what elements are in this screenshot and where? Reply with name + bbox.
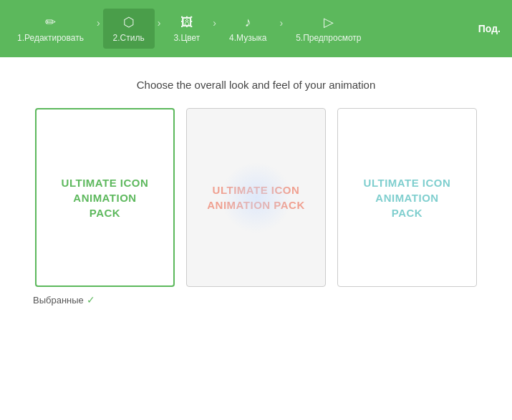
selected-text: Выбранные xyxy=(33,295,84,306)
corner-label: Под. xyxy=(478,23,505,34)
step-color-label: 3.Цвет xyxy=(173,33,200,43)
step-preview-label: 5.Предпросмотр xyxy=(296,33,361,43)
step-color[interactable]: 🖼 3.Цвет xyxy=(163,9,210,49)
color-icon: 🖼 xyxy=(180,15,193,30)
step-music[interactable]: ♪ 4.Музыка xyxy=(219,9,276,49)
selected-indicator: Выбранные ✓ xyxy=(33,294,483,306)
style-card-1[interactable]: ULTIMATE ICONANIMATIONPACK xyxy=(35,108,175,287)
step-preview[interactable]: ▷ 5.Предпросмотр xyxy=(286,9,371,49)
step-style[interactable]: ⬡ 2.Стиль xyxy=(103,9,155,49)
card-2-label: ULTIMATE ICONANIMATION PACK xyxy=(200,175,311,220)
card-1-label: ULTIMATE ICONANIMATIONPACK xyxy=(54,168,156,228)
arrow-3: › xyxy=(213,17,216,40)
check-icon: ✓ xyxy=(87,294,95,306)
step-edit-label: 1.Редактировать xyxy=(17,33,84,43)
style-card-3[interactable]: ULTIMATE ICONANIMATIONPACK xyxy=(337,108,477,287)
arrow-1: › xyxy=(97,17,100,40)
top-navigation-bar: ✏ 1.Редактировать › ⬡ 2.Стиль › 🖼 3.Цвет… xyxy=(0,0,512,57)
style-card-2[interactable]: ULTIMATE ICONANIMATION PACK xyxy=(186,108,326,287)
style-icon: ⬡ xyxy=(123,14,135,30)
style-cards-row: ULTIMATE ICONANIMATIONPACK ULTIMATE ICON… xyxy=(29,108,483,287)
step-edit[interactable]: ✏ 1.Редактировать xyxy=(7,9,94,49)
edit-icon: ✏ xyxy=(45,14,56,30)
page-subtitle: Choose the overall look and feel of your… xyxy=(29,79,483,91)
steps-container: ✏ 1.Редактировать › ⬡ 2.Стиль › 🖼 3.Цвет… xyxy=(7,9,478,49)
step-style-label: 2.Стиль xyxy=(113,33,145,43)
main-content: Choose the overall look and feel of your… xyxy=(0,57,512,320)
arrow-2: › xyxy=(158,17,161,40)
step-music-label: 4.Музыка xyxy=(229,33,266,43)
arrow-4: › xyxy=(279,17,283,40)
preview-icon: ▷ xyxy=(324,14,334,30)
card-3-label: ULTIMATE ICONANIMATIONPACK xyxy=(357,168,458,228)
music-icon: ♪ xyxy=(245,15,251,30)
